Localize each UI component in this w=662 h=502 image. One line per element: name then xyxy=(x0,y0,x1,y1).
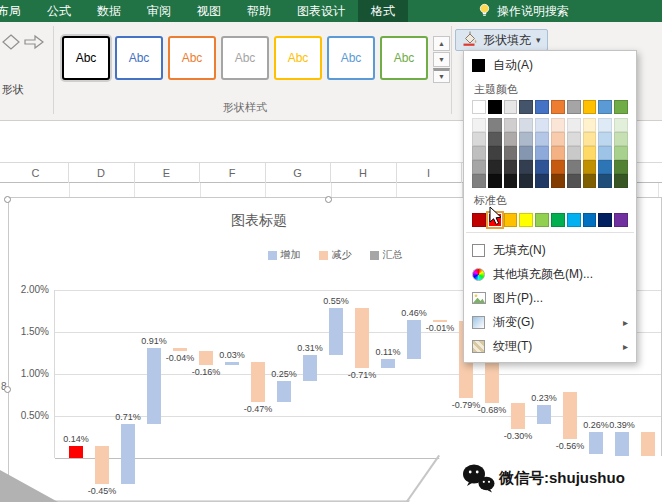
waterfall-bar[interactable] xyxy=(277,381,291,402)
color-swatch[interactable] xyxy=(551,118,565,132)
color-swatch[interactable] xyxy=(614,118,628,132)
color-swatch[interactable] xyxy=(504,118,518,132)
color-swatch[interactable] xyxy=(583,160,597,174)
color-swatch[interactable] xyxy=(504,213,518,227)
shape-style-6[interactable]: Abc xyxy=(327,36,375,80)
tab-公式[interactable]: 公式 xyxy=(34,0,84,22)
color-swatch[interactable] xyxy=(504,160,518,174)
waterfall-bar[interactable] xyxy=(537,405,551,424)
column-header-H[interactable]: H xyxy=(331,163,397,183)
waterfall-bar[interactable] xyxy=(225,362,239,365)
shape-style-1[interactable]: Abc xyxy=(62,36,110,80)
color-swatch[interactable] xyxy=(504,146,518,160)
color-swatch[interactable] xyxy=(535,118,549,132)
color-swatch[interactable] xyxy=(598,160,612,174)
shape-style-7[interactable]: Abc xyxy=(380,36,428,80)
color-swatch[interactable] xyxy=(614,100,628,114)
color-swatch[interactable] xyxy=(488,132,502,146)
color-swatch[interactable] xyxy=(535,132,549,146)
color-swatch[interactable] xyxy=(535,160,549,174)
color-swatch[interactable] xyxy=(567,118,581,132)
color-swatch[interactable] xyxy=(535,174,549,188)
color-swatch[interactable] xyxy=(488,100,502,114)
color-swatch[interactable] xyxy=(472,132,486,146)
color-swatch[interactable] xyxy=(551,213,565,227)
tab-审阅[interactable]: 审阅 xyxy=(134,0,184,22)
color-swatch[interactable] xyxy=(472,174,486,188)
column-header-F[interactable]: F xyxy=(200,163,266,183)
color-swatch[interactable] xyxy=(519,146,533,160)
column-header-E[interactable]: E xyxy=(134,163,200,183)
color-swatch[interactable] xyxy=(583,146,597,160)
column-header-D[interactable]: D xyxy=(69,163,135,183)
color-swatch[interactable] xyxy=(488,146,502,160)
menu-item-texture[interactable]: 纹理(T) ▸ xyxy=(464,334,636,358)
waterfall-bar[interactable] xyxy=(381,359,395,368)
waterfall-bar[interactable] xyxy=(173,348,187,351)
color-swatch[interactable] xyxy=(488,160,502,174)
menu-item-gradient[interactable]: 渐变(G) ▸ xyxy=(464,310,636,334)
color-swatch[interactable] xyxy=(614,213,628,227)
color-swatch[interactable] xyxy=(504,100,518,114)
color-swatch[interactable] xyxy=(567,132,581,146)
color-swatch[interactable] xyxy=(519,132,533,146)
tell-me-search[interactable]: 操作说明搜索 xyxy=(478,0,569,22)
tab-视图[interactable]: 视图 xyxy=(184,0,234,22)
color-swatch[interactable] xyxy=(567,174,581,188)
color-swatch[interactable] xyxy=(614,132,628,146)
color-swatch[interactable] xyxy=(614,174,628,188)
color-swatch[interactable] xyxy=(472,146,486,160)
color-swatch[interactable] xyxy=(519,118,533,132)
column-header-C[interactable]: C xyxy=(3,163,69,183)
shape-style-3[interactable]: Abc xyxy=(168,36,216,80)
color-swatch[interactable] xyxy=(472,213,486,227)
color-swatch[interactable] xyxy=(598,174,612,188)
gallery-more-button[interactable]: ▼ xyxy=(433,68,450,83)
gallery-scroll-down-button[interactable]: ▼ xyxy=(433,52,450,67)
color-swatch[interactable] xyxy=(598,213,612,227)
color-swatch[interactable] xyxy=(535,100,549,114)
column-header-I[interactable]: I xyxy=(396,163,462,183)
color-swatch[interactable] xyxy=(488,174,502,188)
menu-item-more-fill-colors[interactable]: 其他填充颜色(M)... xyxy=(464,262,636,286)
color-swatch[interactable] xyxy=(583,174,597,188)
chart-selection-handle[interactable] xyxy=(325,196,332,203)
color-swatch[interactable] xyxy=(488,118,502,132)
legend-item-减少[interactable]: 减少 xyxy=(319,248,352,262)
color-swatch[interactable] xyxy=(567,100,581,114)
color-swatch[interactable] xyxy=(583,213,597,227)
waterfall-bar[interactable] xyxy=(95,446,109,484)
chart-selection-handle[interactable] xyxy=(4,196,11,203)
color-swatch[interactable] xyxy=(567,160,581,174)
color-swatch[interactable] xyxy=(551,132,565,146)
color-swatch[interactable] xyxy=(472,100,486,114)
waterfall-bar[interactable] xyxy=(563,392,577,439)
column-header-G[interactable]: G xyxy=(265,163,331,183)
color-swatch[interactable] xyxy=(598,118,612,132)
color-swatch[interactable] xyxy=(519,174,533,188)
shape-style-4[interactable]: Abc xyxy=(221,36,269,80)
tab-数据[interactable]: 数据 xyxy=(84,0,134,22)
color-swatch[interactable] xyxy=(519,213,533,227)
waterfall-bar[interactable] xyxy=(589,432,603,454)
color-swatch[interactable] xyxy=(504,174,518,188)
menu-item-picture[interactable]: 图片(P)... xyxy=(464,286,636,310)
waterfall-bar[interactable] xyxy=(433,320,447,322)
shape-fill-button[interactable]: 形状填充 ▾ xyxy=(455,29,548,51)
color-swatch[interactable] xyxy=(551,146,565,160)
tab-图表设计[interactable]: 图表设计 xyxy=(284,0,358,22)
color-swatch[interactable] xyxy=(551,160,565,174)
color-swatch[interactable] xyxy=(504,132,518,146)
tab-格式[interactable]: 格式 xyxy=(358,0,408,22)
color-swatch[interactable] xyxy=(472,160,486,174)
color-swatch[interactable] xyxy=(583,118,597,132)
legend-item-汇总[interactable]: 汇总 xyxy=(370,248,403,262)
waterfall-bar[interactable] xyxy=(303,355,317,381)
color-swatch[interactable] xyxy=(567,213,581,227)
color-swatch[interactable] xyxy=(614,160,628,174)
waterfall-bar[interactable] xyxy=(355,308,369,368)
color-swatch[interactable] xyxy=(535,213,549,227)
waterfall-bar[interactable] xyxy=(329,308,343,354)
tab-帮助[interactable]: 帮助 xyxy=(234,0,284,22)
waterfall-bar[interactable] xyxy=(511,403,525,428)
